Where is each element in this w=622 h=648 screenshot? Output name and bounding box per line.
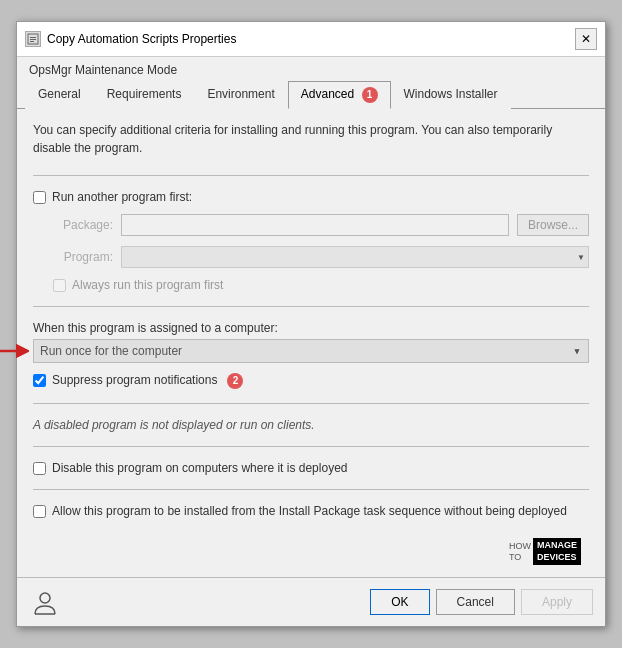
user-icon <box>29 586 61 618</box>
tab-requirements[interactable]: Requirements <box>94 81 195 109</box>
content-area: You can specify additional criteria for … <box>17 109 605 577</box>
program-label: Program: <box>53 250 113 264</box>
watermark-area: HOWTO MANAGEDEVICES <box>33 528 589 565</box>
always-run-checkbox[interactable] <box>53 279 66 292</box>
always-run-label[interactable]: Always run this program first <box>72 278 223 292</box>
separator-1 <box>33 175 589 176</box>
disable-program-label[interactable]: Disable this program on computers where … <box>52 461 347 475</box>
package-label: Package: <box>53 218 113 232</box>
dialog-icon <box>25 31 41 47</box>
dialog-window: Copy Automation Scripts Properties ✕ Ops… <box>16 21 606 627</box>
allow-install-checkbox[interactable] <box>33 505 46 518</box>
cancel-button[interactable]: Cancel <box>436 589 515 615</box>
tab-advanced-badge: 1 <box>362 87 378 103</box>
separator-3 <box>33 403 589 404</box>
user-svg <box>31 588 59 616</box>
close-button[interactable]: ✕ <box>575 28 597 50</box>
info-text: A disabled program is not displayed or r… <box>33 418 589 432</box>
dropdown-wrapper: Run once for the computerRun once for th… <box>33 339 589 363</box>
suppress-checkbox[interactable] <box>33 374 46 387</box>
package-input[interactable] <box>121 214 509 236</box>
title-bar: Copy Automation Scripts Properties ✕ <box>17 22 605 57</box>
package-row: Package: Browse... <box>33 214 589 236</box>
computer-assignment-select[interactable]: Run once for the computerRun once for th… <box>33 339 589 363</box>
allow-install-row: Allow this program to be installed from … <box>33 504 589 518</box>
ok-button[interactable]: OK <box>370 589 429 615</box>
dialog-body: OpsMgr Maintenance Mode General Requirem… <box>17 57 605 577</box>
allow-install-label[interactable]: Allow this program to be installed from … <box>52 504 567 518</box>
svg-rect-2 <box>30 39 36 40</box>
svg-rect-1 <box>30 37 36 38</box>
suppress-badge: 2 <box>227 373 243 389</box>
dialog-title: Copy Automation Scripts Properties <box>47 32 236 46</box>
tab-general[interactable]: General <box>25 81 94 109</box>
footer-left <box>29 586 61 618</box>
watermark-how: HOWTO <box>509 541 531 563</box>
separator-5 <box>33 489 589 490</box>
always-run-row: Always run this program first <box>33 278 589 292</box>
program-select[interactable] <box>121 246 589 268</box>
disable-program-checkbox[interactable] <box>33 462 46 475</box>
browse-button[interactable]: Browse... <box>517 214 589 236</box>
tab-bar: General Requirements Environment Advance… <box>17 81 605 109</box>
run-another-program-row: Run another program first: <box>33 190 589 204</box>
dialog-footer: OK Cancel Apply <box>17 577 605 626</box>
svg-rect-3 <box>30 41 34 42</box>
disable-program-row: Disable this program on computers where … <box>33 461 589 475</box>
computer-assignment-label: When this program is assigned to a compu… <box>33 321 589 335</box>
program-row: Program: <box>33 246 589 268</box>
svg-point-6 <box>40 593 50 603</box>
run-another-checkbox[interactable] <box>33 191 46 204</box>
separator-4 <box>33 446 589 447</box>
run-another-label[interactable]: Run another program first: <box>52 190 192 204</box>
suppress-label[interactable]: Suppress program notifications <box>52 373 217 387</box>
separator-2 <box>33 306 589 307</box>
arrow-indicator <box>0 341 29 361</box>
apply-button[interactable]: Apply <box>521 589 593 615</box>
program-select-wrapper <box>121 246 589 268</box>
computer-assignment-section: When this program is assigned to a compu… <box>33 321 589 363</box>
watermark-brand: MANAGEDEVICES <box>533 538 581 565</box>
subtitle: OpsMgr Maintenance Mode <box>17 57 605 81</box>
watermark: HOWTO MANAGEDEVICES <box>509 538 589 565</box>
suppress-notifications-row: Suppress program notifications 2 <box>33 373 589 389</box>
footer-right: OK Cancel Apply <box>370 589 593 615</box>
tab-windows-installer[interactable]: Windows Installer <box>391 81 511 109</box>
tab-environment[interactable]: Environment <box>194 81 287 109</box>
tab-advanced[interactable]: Advanced 1 <box>288 81 391 109</box>
description-text: You can specify additional criteria for … <box>33 121 589 157</box>
